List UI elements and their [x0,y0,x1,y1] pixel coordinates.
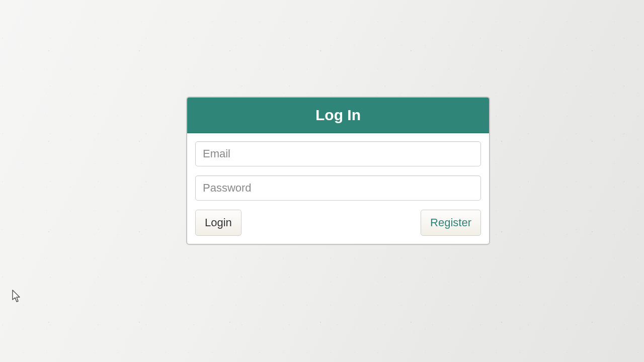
button-row: Login Register [195,210,481,236]
email-field[interactable] [195,141,481,166]
login-button[interactable]: Login [195,210,242,236]
register-button[interactable]: Register [421,210,481,236]
password-field[interactable] [195,175,481,201]
panel-body: Login Register [187,133,489,244]
login-panel: Log In Login Register [186,97,490,245]
panel-title: Log In [187,98,489,133]
